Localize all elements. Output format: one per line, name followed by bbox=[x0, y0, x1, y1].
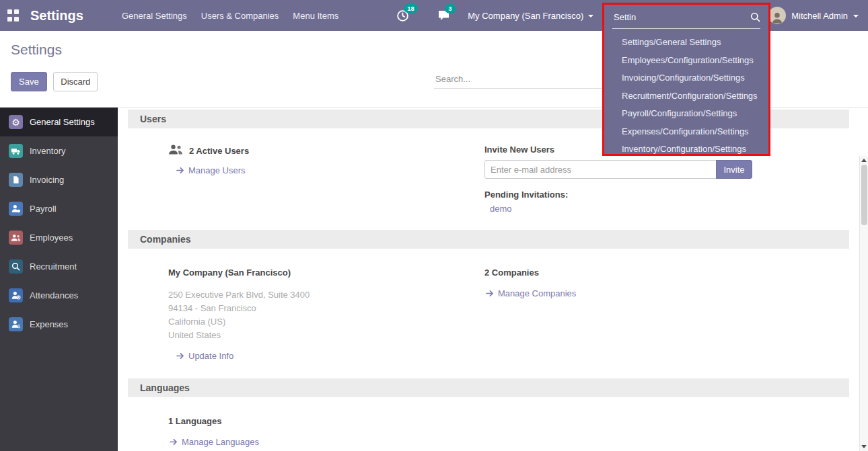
companies-count: 2 Companies bbox=[484, 268, 842, 278]
search-result-item[interactable]: Recruitment/Configuration/Settings bbox=[604, 87, 768, 106]
sidebar-item-employees[interactable]: Employees bbox=[0, 223, 118, 252]
person-clock-icon bbox=[9, 288, 23, 302]
systray: 18 3 bbox=[396, 9, 450, 22]
app-title: Settings bbox=[30, 8, 83, 24]
user-avatar bbox=[768, 7, 786, 24]
people-icon bbox=[9, 231, 23, 245]
document-icon bbox=[9, 173, 23, 187]
sidebar-item-label: General Settings bbox=[30, 117, 95, 127]
sidebar-item-label: Attendances bbox=[30, 290, 78, 300]
search-icon bbox=[750, 12, 760, 22]
sidebar-item-label: Inventory bbox=[30, 146, 65, 156]
save-button[interactable]: Save bbox=[11, 72, 47, 91]
magnifier-icon bbox=[9, 259, 23, 274]
languages-section: 1 Languages Manage Languages bbox=[118, 397, 859, 447]
company-switcher[interactable]: My Company (San Francisco) bbox=[468, 11, 593, 21]
sidebar-item-expenses[interactable]: $ Expenses bbox=[0, 310, 118, 339]
scrollbar-thumb[interactable] bbox=[861, 165, 867, 225]
manage-languages-link[interactable]: Manage Languages bbox=[170, 437, 484, 447]
company-address-line: California (US) bbox=[168, 315, 484, 329]
arrow-right-icon bbox=[170, 438, 178, 446]
arrow-right-icon bbox=[176, 352, 184, 360]
company-name: My Company (San Francisco) bbox=[168, 268, 484, 278]
manage-users-link[interactable]: Manage Users bbox=[176, 165, 484, 175]
users-group-icon bbox=[168, 145, 183, 157]
sidebar-item-recruitment[interactable]: Recruitment bbox=[0, 252, 118, 281]
records-search-input[interactable] bbox=[434, 70, 602, 89]
records-search bbox=[434, 70, 602, 89]
person-dollar-icon: $ bbox=[9, 317, 23, 331]
manage-companies-link[interactable]: Manage Companies bbox=[486, 288, 842, 298]
active-users-count: 2 Active Users bbox=[189, 146, 249, 156]
messages-badge: 3 bbox=[445, 4, 455, 13]
apps-menu-icon[interactable] bbox=[7, 9, 20, 22]
pending-invitations-label: Pending Invitations: bbox=[484, 190, 842, 200]
navbar-search-dropdown: Settings/General Settings Employees/Conf… bbox=[602, 3, 770, 156]
company-address-line: 94134 - San Francisco bbox=[168, 302, 484, 315]
section-heading-companies: Companies bbox=[128, 230, 849, 249]
search-result-item[interactable]: Payroll/Configuration/Settings bbox=[604, 105, 768, 123]
menu-search-results: Settings/General Settings Employees/Conf… bbox=[604, 34, 768, 159]
arrow-right-icon bbox=[486, 290, 494, 297]
gear-icon: ⚙ bbox=[9, 115, 23, 129]
sidebar-item-general-settings[interactable]: ⚙ General Settings bbox=[0, 108, 118, 136]
menu-search-field bbox=[612, 10, 760, 29]
invite-button[interactable]: Invite bbox=[716, 160, 752, 179]
sidebar-item-payroll[interactable]: Payroll bbox=[0, 194, 118, 223]
sidebar-item-label: Payroll bbox=[30, 204, 57, 214]
person-icon bbox=[770, 11, 784, 24]
scroll-up-arrow-icon[interactable] bbox=[861, 159, 867, 162]
sidebar-item-label: Recruitment bbox=[30, 261, 77, 272]
nav-item-menu-items[interactable]: Menu Items bbox=[293, 11, 338, 21]
truck-icon bbox=[9, 144, 23, 158]
search-result-item[interactable]: Settings/General Settings bbox=[604, 34, 768, 52]
sidebar-item-label: Invoicing bbox=[30, 175, 64, 185]
update-info-link[interactable]: Update Info bbox=[176, 351, 484, 361]
sidebar-item-attendances[interactable]: Attendances bbox=[0, 281, 118, 310]
nav-item-general-settings[interactable]: General Settings bbox=[122, 11, 187, 21]
scroll-down-arrow-icon[interactable] bbox=[861, 445, 867, 448]
invite-email-input[interactable] bbox=[484, 160, 717, 179]
arrow-right-icon bbox=[176, 167, 184, 174]
chevron-down-icon bbox=[588, 15, 593, 17]
discard-button[interactable]: Discard bbox=[53, 72, 98, 91]
user-menu[interactable]: Mitchell Admin bbox=[768, 7, 859, 24]
messages-bubble-icon[interactable]: 3 bbox=[437, 9, 450, 22]
settings-content: Users 2 Active Users Manage Users Invite… bbox=[118, 108, 859, 451]
sidebar-item-label: Employees bbox=[30, 233, 73, 243]
menu-search-input[interactable] bbox=[612, 10, 750, 24]
sidebar-item-invoicing[interactable]: Invoicing bbox=[0, 165, 118, 194]
search-result-item[interactable]: Invoicing/Configuration/Settings bbox=[604, 69, 768, 87]
languages-count: 1 Languages bbox=[168, 416, 484, 426]
pending-user-link[interactable]: demo bbox=[490, 204, 842, 214]
company-switcher-label: My Company (San Francisco) bbox=[468, 11, 583, 21]
activities-clock-icon[interactable]: 18 bbox=[396, 9, 409, 22]
vertical-scrollbar bbox=[859, 156, 868, 451]
search-result-item[interactable]: Expenses/Configuration/Settings bbox=[604, 123, 768, 141]
companies-section: My Company (San Francisco) 250 Executive… bbox=[118, 249, 859, 361]
user-name: Mitchell Admin bbox=[791, 11, 848, 21]
svg-text:$: $ bbox=[17, 323, 21, 329]
section-heading-languages: Languages bbox=[128, 378, 849, 397]
company-address-line: United States bbox=[168, 329, 484, 342]
settings-sidebar: ⚙ General Settings Inventory Invoicing P… bbox=[0, 108, 118, 451]
sidebar-item-inventory[interactable]: Inventory bbox=[0, 136, 118, 165]
chevron-down-icon bbox=[853, 15, 859, 17]
navbar-menu: General Settings Users & Companies Menu … bbox=[122, 11, 338, 21]
company-address-line: 250 Executive Park Blvd, Suite 3400 bbox=[168, 288, 484, 302]
activities-badge: 18 bbox=[404, 4, 418, 13]
search-result-item[interactable]: Employees/Configuration/Settings bbox=[604, 52, 768, 70]
nav-item-users-companies[interactable]: Users & Companies bbox=[201, 11, 279, 21]
search-result-item[interactable]: Inventory/Configuration/Settings bbox=[604, 140, 768, 159]
person-coin-icon bbox=[9, 202, 23, 216]
sidebar-item-label: Expenses bbox=[30, 319, 68, 329]
